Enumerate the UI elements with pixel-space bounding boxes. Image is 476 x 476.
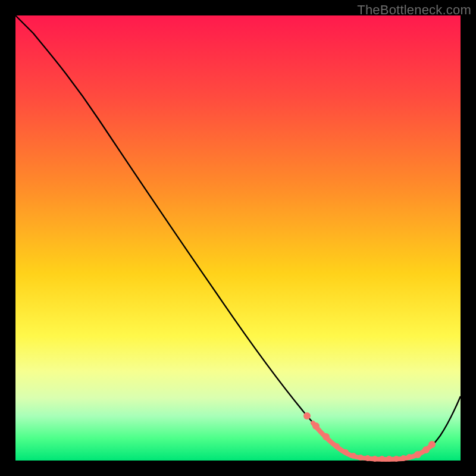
watermark-text: TheBottleneck.com [357, 2, 471, 18]
chart-frame: TheBottleneck.com [0, 0, 476, 476]
bottleneck-curve-line [15, 15, 461, 459]
svg-point-0 [303, 412, 311, 419]
marker-valley-line [313, 423, 432, 459]
bottleneck-curve-svg [15, 15, 461, 461]
chart-plot-area [15, 15, 461, 461]
